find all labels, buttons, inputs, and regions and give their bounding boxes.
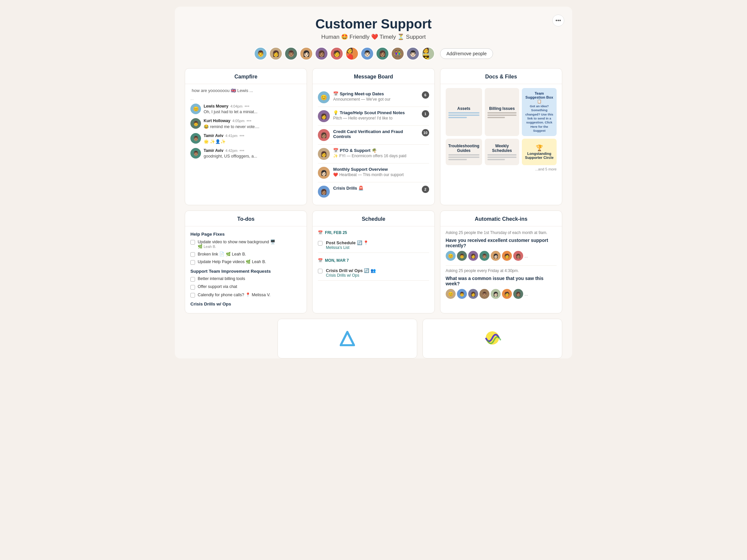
schedule-event: Post Schedule 🔄 📍 Melissa's List [318,238,429,253]
todo-checkbox[interactable] [190,252,195,257]
mb-content: 📅 PTO & Support 🌴 ✨ FYI — Enormicom offe… [333,148,429,158]
campfire-message-content: Tamir Aviv 4:41pm ••• 🌟 ✨👤✨ [204,133,244,144]
schedule-checkbox[interactable] [318,269,323,273]
mb-badge: 2 [422,186,429,193]
message-time: 4:05pm [232,119,245,123]
campfire-message-content: Tamir Aviv 4:42pm ••• goodnight, US offl… [204,148,257,159]
avatar[interactable]: 👫 [391,47,404,60]
mb-title: Crisis Drills 🚨 [333,186,418,191]
message-options: ••• [246,118,251,124]
schedule-event-subtitle: Crisis Drills w/ Ops [326,273,376,278]
schedule-checkbox[interactable] [318,241,323,246]
top-grid: Campfire how are yooooooou 🇬🇧 Lewis ... … [185,68,562,205]
checkin-asking-2: Asking 25 people every Friday at 4:30pm. [446,268,557,273]
schedule-title: Schedule [313,211,434,226]
avatar[interactable]: 👨🏽 [284,47,298,60]
todo-content: Update Help Page videos 🌿 Leah B. [198,260,266,264]
avatar: 😊 [318,91,330,103]
todo-checkbox[interactable] [190,293,195,297]
message-board-item[interactable]: 😊 📅 Spring Meet-up Dates Announcement — … [318,88,429,107]
todo-checkbox[interactable] [190,260,195,265]
doc-preview [487,154,517,160]
todo-content: Update video to show new background 🖥️ 🌿… [198,239,276,249]
avatar[interactable]: 👨 [254,47,267,60]
message-board-item[interactable]: 👩 📅 PTO & Support 🌴 ✨ FYI — Enormicom of… [318,144,429,163]
app-card-notio[interactable] [422,319,562,358]
campfire-card: Campfire how are yooooooou 🇬🇧 Lewis ... … [185,68,307,205]
schedule-event: Crisis Drill w/ Ops 🔄 👥 Crisis Drills w/… [318,265,429,281]
add-remove-people-button[interactable]: Add/remove people [440,48,493,59]
avatar: 👩🏻 [491,251,501,261]
avatar: 🧑 [502,251,512,261]
app-card-helpwise[interactable] [278,319,417,358]
avatar[interactable]: 👨🏻 [361,47,374,60]
schedule-event-content: Post Schedule 🔄 📍 Melissa's List [326,240,368,250]
avatar[interactable]: 🧑 [330,47,343,60]
date-label: FRI, FEB 25 [325,230,347,235]
message-time: 4:42pm [226,149,238,153]
message-text: goodnight, US offloggers, a... [204,154,257,159]
todo-text: Update video to show new background 🖥️ [198,239,276,244]
avatar: 👩🏻 [491,289,501,299]
avatar: 😊 [446,251,456,261]
checkin-asking-1: Asking 25 people the 1st Thursday of eac… [446,230,557,235]
avatar: 👩🏽 [318,186,330,197]
todo-checkbox[interactable] [190,240,195,245]
message-board-item[interactable]: 👩 💡 Triage/Help Scout Pinned Notes Pitch… [318,107,429,126]
doc-item-billing-issues[interactable]: Billing Issues [485,88,519,136]
avatar[interactable]: 👩🏻 [300,47,313,60]
more-files-text[interactable]: ...and 5 more [446,167,557,171]
mb-content: Credit Card Verification and Fraud Contr… [333,129,418,139]
mb-subtitle: Announcement — We've got our [333,97,418,102]
todo-text: Offer support via chat [198,284,237,289]
mb-content: 📅 Spring Meet-up Dates Announcement — We… [333,91,418,102]
docs-files-title: Docs & Files [440,69,562,84]
todo-checkbox[interactable] [190,277,195,282]
avatar[interactable]: 👨🏻 [406,47,419,60]
message-board-item[interactable]: 👩🏽 Crisis Drills 🚨 2 [318,182,429,201]
doc-item-weekly-schedules[interactable]: Weekly Schedules [485,139,519,165]
schedule-card: Schedule 📅 FRI, FEB 25 Post Schedule 🔄 📍… [312,211,434,314]
doc-item-team-suggestion[interactable]: Team Suggestion Box 📋 Got an idea? Somet… [522,88,557,136]
avatar: 👨🏽 [190,148,201,159]
message-options: ••• [244,104,249,109]
mb-subtitle: ❤️ Heartbeat — This month our support [333,172,429,177]
message-board-item[interactable]: 👩🏻 Monthly Support Overview ❤️ Heartbeat… [318,163,429,182]
message-options: ••• [239,133,244,138]
doc-item-assets[interactable]: Assets [446,88,482,136]
mb-badge: 1 [422,110,429,117]
more-button[interactable]: ••• [552,15,564,26]
todo-item: Offer support via chat [190,284,301,290]
checkin-avatars-1: 😊 👨 👩 👨🏽 👩🏻 🧑 👩🏽 ... [446,251,557,261]
trophy-icon: 🏆 [536,144,543,152]
message-board-body: 😊 📅 Spring Meet-up Dates Announcement — … [313,84,434,205]
message-board-item[interactable]: 👩🏽 Credit Card Verification and Fraud Co… [318,126,429,144]
avatar: 👩🏽 [318,129,330,141]
ellipsis-icon: ••• [556,18,561,24]
todos-card: To-dos Help Page Fixes Update video to s… [185,211,307,314]
checkins-body: Asking 25 people the 1st Thursday of eac… [440,226,562,308]
campfire-message: 👨🏽 Tamir Aviv 4:42pm ••• goodnight, US o… [190,148,301,159]
page-title: Customer Support [185,17,562,31]
divider [446,265,557,266]
doc-item-troubleshooting[interactable]: Troubleshooting Guides [446,139,482,165]
checkin-avatars-2: 😊 👨 👩 👨🏽 👩🏻 🧑 👩🏽 ... [446,289,557,299]
todos-title: To-dos [185,211,307,226]
avatar[interactable]: 👩🏽 [315,47,328,60]
checkin-question-1: Have you received excellent customer sup… [446,238,557,248]
todo-checkbox[interactable] [190,285,195,290]
avatar[interactable]: 👩 [269,47,282,60]
avatar[interactable]: 👩🔴 [345,47,359,60]
doc-label: Troubleshooting Guides [448,144,480,153]
doc-subtext: Got an idea? Something changed? Use this… [524,104,554,133]
svg-marker-1 [341,332,354,345]
doc-preview [487,112,517,118]
page-wrapper: ••• Customer Support Human 🤩 Friendly ❤️… [175,7,572,358]
avatar: 😊 [446,289,456,299]
schedule-event-title: Crisis Drill w/ Ops 🔄 👥 [326,268,376,273]
avatar[interactable]: 👩🏽 [376,47,389,60]
doc-label: Team Suggestion Box 📋 [524,91,554,104]
mb-badge: 10 [422,129,429,136]
doc-item-longstanding[interactable]: 🏆 Longstanding Supporter Circle [522,139,557,165]
avatar[interactable]: 👩😎 [421,47,435,60]
